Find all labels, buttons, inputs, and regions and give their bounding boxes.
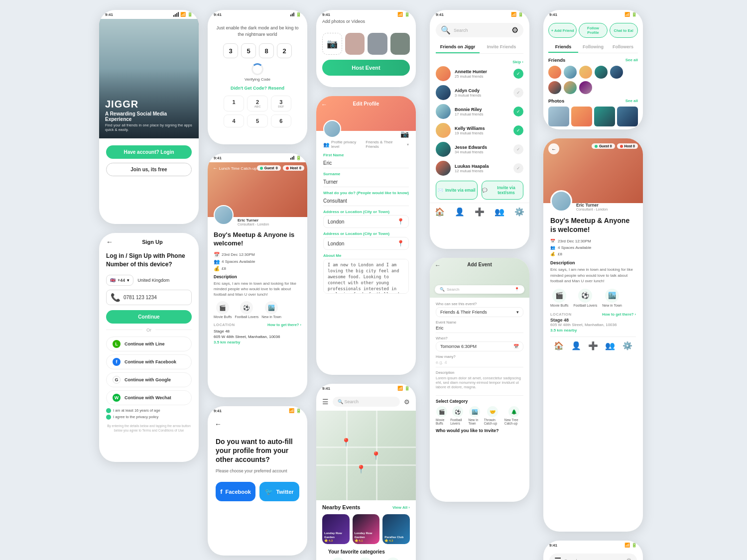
see-all-friends[interactable]: See all xyxy=(625,58,638,62)
tab-friends[interactable]: Friends xyxy=(548,42,578,53)
location-input[interactable]: London 📍 xyxy=(323,215,409,228)
ae-cat-football[interactable]: ⚽ Football Lovers xyxy=(450,406,465,425)
code-2[interactable]: 5 xyxy=(241,43,256,58)
ed-settings-nav[interactable]: ⚙️ xyxy=(622,341,632,350)
person-nav[interactable]: 👤 xyxy=(455,207,465,217)
tab-friends-on-jiggr[interactable]: Friends on Jiggr xyxy=(436,41,480,53)
about-me-textarea[interactable]: I am new to London and I am loving the b… xyxy=(323,259,409,294)
tab-invite-friends[interactable]: Invite Friends xyxy=(480,41,523,53)
country-selector[interactable]: 🇬🇧 +44 ▾ United Kingdom xyxy=(106,275,192,286)
see-all-photos[interactable]: See all xyxy=(625,99,638,103)
login-button[interactable]: Have account? Login xyxy=(106,145,192,159)
key-2[interactable]: 2ABC xyxy=(247,96,267,112)
cat-new-town[interactable]: 🏙️ New in Town xyxy=(383,558,403,560)
surname-input[interactable] xyxy=(323,177,409,187)
privacy-checkbox-row[interactable]: I agree to the privacy policy xyxy=(106,415,192,420)
add-luukas-button[interactable]: ✓ xyxy=(513,163,523,173)
ae-cat-movie[interactable]: 🎬 Movie Buffs xyxy=(436,406,447,425)
first-name-input[interactable] xyxy=(323,158,409,168)
back-btn-event[interactable]: ← Lunch Time Catch-up xyxy=(213,165,257,171)
code-3[interactable]: 8 xyxy=(259,43,274,58)
map-pin-1[interactable]: 📍 xyxy=(341,438,351,447)
ae-search[interactable]: 🔍 Search 📍 xyxy=(435,285,524,294)
fob-filter-icon[interactable]: ⚙ xyxy=(626,557,632,560)
invite-text-button[interactable]: 💬 Invite via text/sms xyxy=(482,181,523,200)
join-button[interactable]: Join us, its free xyxy=(106,163,192,176)
camera-icon[interactable]: 📷 xyxy=(400,130,409,138)
add-bonnie-button[interactable]: ✓ xyxy=(513,107,523,116)
key-5[interactable]: 5 xyxy=(247,114,267,127)
google-button[interactable]: G Continue with Google xyxy=(106,372,192,387)
add-photo-button[interactable]: 📷 xyxy=(322,33,342,55)
fob-search[interactable]: ☰ Search ⚙ xyxy=(549,554,637,560)
ed-home-nav[interactable]: 🏠 xyxy=(554,341,564,350)
host-event-button[interactable]: Host Event xyxy=(322,60,410,76)
plus-nav[interactable]: ➕ xyxy=(475,207,485,217)
twitter-big-button[interactable]: 🐦 Twitter xyxy=(259,482,299,501)
add-jesse-button[interactable]: ✓ xyxy=(513,144,523,154)
facebook-social-button[interactable]: f Continue with Facebook xyxy=(106,354,192,369)
skip-button[interactable]: Skip › xyxy=(512,60,523,64)
map-pin-3[interactable]: 📍 xyxy=(356,464,366,474)
age-checkbox[interactable] xyxy=(106,408,111,413)
phone-number[interactable]: 0781 123 1234 xyxy=(124,295,157,300)
resend-link[interactable]: Didn't Get Code? Resend xyxy=(216,86,299,91)
how-to-get-ed[interactable]: How to get there? › xyxy=(602,312,636,317)
ae-event-name[interactable]: Eric xyxy=(436,326,523,333)
key-4[interactable]: 4 xyxy=(224,114,244,127)
add-annette-button[interactable]: ✓ xyxy=(513,69,523,79)
ed-plus-nav[interactable]: ➕ xyxy=(588,341,598,350)
add-aidyn-button[interactable]: ✓ xyxy=(513,88,523,98)
invite-email-button[interactable]: ✉️ Invite via email xyxy=(436,181,478,200)
nearby-card-3[interactable]: Parallax Club ⭐ 4.3 xyxy=(382,514,410,544)
filter-btn[interactable]: ⚙ xyxy=(511,25,518,35)
how-to-get-link[interactable]: How to get there? › xyxy=(267,323,301,327)
key-3[interactable]: 3DEF xyxy=(271,96,291,112)
ae-how-many[interactable]: e.g. 4 xyxy=(436,360,523,367)
profession-input[interactable] xyxy=(323,196,409,206)
edit-back-button[interactable]: ← xyxy=(321,101,327,108)
key-1[interactable]: 1 xyxy=(224,96,244,112)
ae-back-button[interactable]: ← xyxy=(435,262,441,269)
chat-button[interactable]: Chat to Ea! xyxy=(610,23,638,38)
line-button[interactable]: L Continue with Line xyxy=(106,336,192,351)
autofill-back[interactable]: ← xyxy=(215,420,222,428)
key-6[interactable]: 6 xyxy=(271,114,291,127)
when-dropdown[interactable]: Tomorrow 6:30PM 📅 xyxy=(436,341,523,351)
code-1[interactable]: 3 xyxy=(223,43,238,58)
view-all-link[interactable]: View All › xyxy=(392,505,410,510)
ed-back-button[interactable]: ← xyxy=(548,143,559,154)
cat-football[interactable]: ⚽ Football Lovers xyxy=(354,558,377,560)
home-nav[interactable]: 🏠 xyxy=(435,207,445,217)
people-nav[interactable]: 👥 xyxy=(495,207,504,217)
ae-cat-tree[interactable]: 🌲 New Tree Catch-up xyxy=(504,406,523,425)
map-pin-2[interactable]: 📍 xyxy=(371,451,381,460)
privacy-checkbox[interactable] xyxy=(106,415,111,420)
tab-followers[interactable]: Followers xyxy=(608,42,638,53)
settings-nav[interactable]: ⚙️ xyxy=(514,207,524,217)
privacy-chevron[interactable]: ▾ xyxy=(407,142,409,147)
add-friend-button[interactable]: + Add Friend xyxy=(548,23,577,38)
menu-icon[interactable]: ☰ xyxy=(322,398,329,406)
who-dropdown[interactable]: Friends & Their Friends ▾ xyxy=(436,307,523,317)
friends-search[interactable]: 🔍 Search ⚙ xyxy=(436,23,523,37)
ae-description[interactable]: Lorem ipsum dolor sit amet, consectetur … xyxy=(436,376,523,396)
age-checkbox-row[interactable]: I am at least 16 years of age xyxy=(106,408,192,413)
cat-movie[interactable]: 🎬 Movie Buffs xyxy=(329,558,347,560)
back-button[interactable]: ← xyxy=(106,238,113,246)
continue-button[interactable]: Continue xyxy=(106,310,192,324)
tab-following[interactable]: Following xyxy=(578,42,608,53)
ed-people-nav[interactable]: 👥 xyxy=(605,341,615,350)
add-kelly-button[interactable]: ✓ xyxy=(513,125,523,135)
location-input-2[interactable]: London 📍 xyxy=(323,237,409,250)
wechat-button[interactable]: W Continue with Wechat xyxy=(106,390,192,405)
nearby-card-1[interactable]: Londay Row Garden ⭐ 4.3 xyxy=(322,514,350,544)
follow-profile-button[interactable]: Follow Profile xyxy=(579,23,607,38)
facebook-big-button[interactable]: f Facebook xyxy=(216,482,255,501)
ae-cat-catchup[interactable]: 🤝 Throwin Catch-up xyxy=(484,406,501,425)
filter-icon[interactable]: ⚙ xyxy=(404,398,410,406)
map-search-input[interactable]: 🔍 Search xyxy=(333,397,400,407)
nearby-card-2[interactable]: Londay Row Garden ⭐ 4.1 xyxy=(353,514,380,544)
code-4[interactable]: 2 xyxy=(277,43,292,58)
ed-person-nav[interactable]: 👤 xyxy=(571,341,581,350)
